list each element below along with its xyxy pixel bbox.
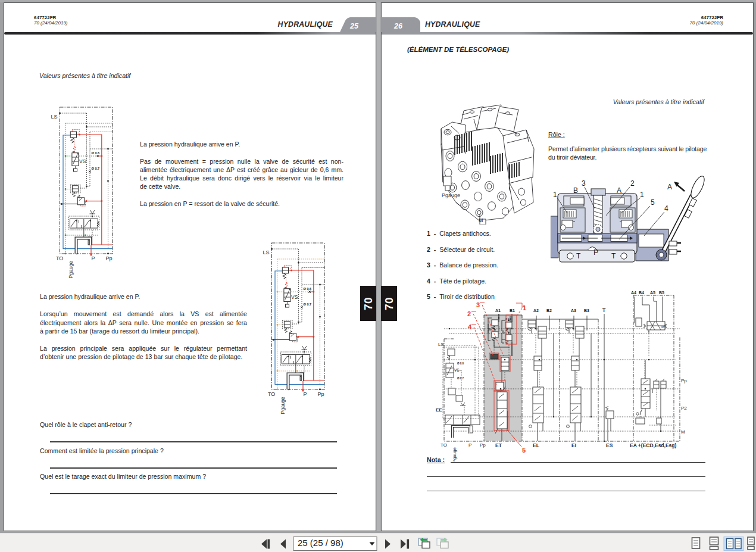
svg-text:B: B xyxy=(573,186,578,195)
svg-text:Pgauge: Pgauge xyxy=(442,192,460,198)
svg-text:B4: B4 xyxy=(639,291,644,295)
svg-text:T: T xyxy=(611,252,616,260)
svg-text:A: A xyxy=(667,183,672,191)
svg-text:ET: ET xyxy=(495,442,502,448)
svg-text:Ø 0.7: Ø 0.7 xyxy=(457,377,464,380)
svg-text:Pgauge: Pgauge xyxy=(452,447,457,461)
svg-text:A4: A4 xyxy=(631,291,636,295)
svg-text:25 (25 / 98): 25 (25 / 98) xyxy=(298,538,343,548)
svg-text:A2: A2 xyxy=(533,308,539,313)
svg-text:Pp: Pp xyxy=(480,442,486,448)
svg-text:T: T xyxy=(576,252,581,260)
svg-text:5: 5 xyxy=(522,447,526,454)
svg-text:EA +(ECD,Esd,Esg): EA +(ECD,Esd,Esg) xyxy=(630,442,676,448)
svg-text:P2: P2 xyxy=(681,406,687,411)
svg-text:4: 4 xyxy=(664,204,668,213)
svg-text:B1: B1 xyxy=(510,308,515,313)
svg-text:EE: EE xyxy=(436,407,442,413)
svg-text:A1: A1 xyxy=(495,308,501,313)
svg-text:VS: VS xyxy=(454,368,460,372)
svg-text:2: 2 xyxy=(467,310,471,317)
svg-text:4: 4 xyxy=(468,323,472,330)
svg-text:2: 2 xyxy=(630,179,635,188)
svg-text:Ø 0.6: Ø 0.6 xyxy=(457,362,464,365)
svg-text:1: 1 xyxy=(553,191,557,199)
svg-text:TO: TO xyxy=(441,442,447,448)
svg-text:A5: A5 xyxy=(650,291,655,295)
svg-text:A3: A3 xyxy=(571,308,576,313)
svg-text:M: M xyxy=(681,429,685,435)
svg-text:P: P xyxy=(593,248,598,257)
svg-text:3: 3 xyxy=(476,301,480,308)
svg-text:EI: EI xyxy=(571,442,576,448)
svg-text:A: A xyxy=(617,186,621,195)
svg-text:B3: B3 xyxy=(584,308,589,313)
svg-text:P: P xyxy=(468,442,471,448)
svg-text:B5: B5 xyxy=(659,291,664,295)
svg-text:M: M xyxy=(479,217,483,223)
svg-text:T: T xyxy=(602,307,606,313)
svg-text:5: 5 xyxy=(651,198,655,207)
svg-text:LS: LS xyxy=(438,342,444,347)
svg-text:1: 1 xyxy=(640,191,644,199)
svg-text:M: M xyxy=(661,325,664,329)
svg-text:B2: B2 xyxy=(546,308,552,313)
svg-text:EL: EL xyxy=(533,442,539,448)
svg-text:ES: ES xyxy=(606,442,613,448)
svg-text:Pp: Pp xyxy=(681,378,687,383)
svg-text:3: 3 xyxy=(582,179,586,188)
svg-text:1: 1 xyxy=(523,304,526,311)
